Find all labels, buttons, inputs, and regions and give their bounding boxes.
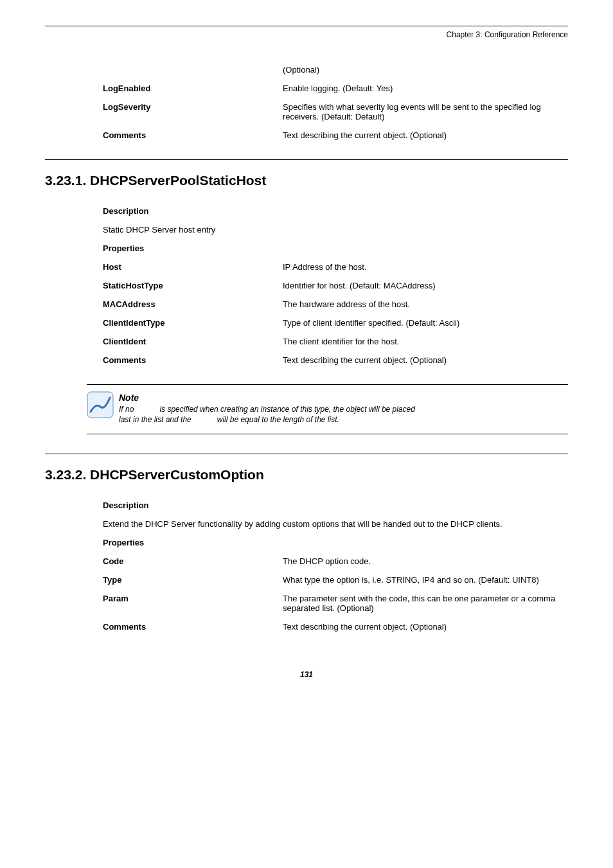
prop-row: Comments Text describing the current obj… bbox=[103, 130, 568, 140]
prop-value: Text describing the current object. (Opt… bbox=[283, 355, 568, 365]
note-line1-rest: is specified when creating an instance o… bbox=[159, 405, 415, 414]
prop-value: Text describing the current object. (Opt… bbox=[283, 622, 568, 632]
description-text: Static DHCP Server host entry bbox=[103, 225, 568, 235]
top-props-block: (Optional) LogEnabled Enable logging. (D… bbox=[103, 65, 568, 140]
prop-row: LogEnabled Enable logging. (Default: Yes… bbox=[103, 84, 568, 93]
prop-value: The hardware address of the host. bbox=[283, 299, 568, 309]
section2-body: Description Extend the DHCP Server funct… bbox=[103, 500, 568, 632]
prop-row: Type What type the option is, i.e. STRIN… bbox=[103, 575, 568, 585]
prop-value: What type the option is, i.e. STRING, IP… bbox=[283, 575, 568, 585]
prop-label: Type bbox=[103, 575, 283, 585]
svg-rect-0 bbox=[87, 392, 113, 418]
prop-label: StaticHostType bbox=[103, 281, 283, 290]
note-box: Note If no is specified when creating an… bbox=[87, 384, 568, 434]
prop-label: LogEnabled bbox=[103, 84, 283, 93]
note-title: Note bbox=[119, 393, 568, 403]
prop-value: (Optional) bbox=[283, 65, 568, 75]
prop-value: The client identifier for the host. bbox=[283, 337, 568, 346]
prop-row: (Optional) bbox=[103, 65, 568, 75]
prop-row: ClientIdent The client identifier for th… bbox=[103, 337, 568, 346]
prop-row: Code The DHCP option code. bbox=[103, 556, 568, 566]
properties-label: Properties bbox=[103, 538, 568, 547]
prop-label: MACAddress bbox=[103, 299, 283, 309]
page-number: 131 bbox=[45, 670, 568, 679]
section-heading-1: 3.23.1. DHCPServerPoolStaticHost bbox=[45, 173, 568, 188]
prop-row: StaticHostType Identifier for host. (Def… bbox=[103, 281, 568, 290]
description-label: Description bbox=[103, 500, 568, 510]
prop-row: Param The parameter sent with the code, … bbox=[103, 594, 568, 613]
prop-label: Param bbox=[103, 594, 283, 613]
prop-row: Comments Text describing the current obj… bbox=[103, 622, 568, 632]
section1-body: Description Static DHCP Server host entr… bbox=[103, 206, 568, 365]
properties-label: Properties bbox=[103, 244, 568, 253]
section-heading-2: 3.23.2. DHCPServerCustomOption bbox=[45, 467, 568, 483]
description-label: Description bbox=[103, 206, 568, 216]
prop-row: Host IP Address of the host. bbox=[103, 262, 568, 272]
prop-value: Enable logging. (Default: Yes) bbox=[283, 84, 568, 93]
prop-row: LogSeverity Specifies with what severity… bbox=[103, 102, 568, 121]
note-line2-prefix: last in the list and the bbox=[119, 415, 191, 424]
note-content: Note If no is specified when creating an… bbox=[119, 391, 568, 425]
prop-value: Text describing the current object. (Opt… bbox=[283, 130, 568, 140]
header-rule bbox=[45, 26, 568, 26]
chapter-title: Chapter 3: Configuration Reference bbox=[45, 30, 568, 39]
prop-row: MACAddress The hardware address of the h… bbox=[103, 299, 568, 309]
prop-value: Type of client identifier specified. (De… bbox=[283, 318, 568, 328]
prop-row: ClientIdentType Type of client identifie… bbox=[103, 318, 568, 328]
prop-value: Identifier for host. (Default: MACAddres… bbox=[283, 281, 568, 290]
note-body: If no is specified when creating an inst… bbox=[119, 404, 568, 425]
note-icon bbox=[87, 391, 119, 418]
prop-label: Comments bbox=[103, 130, 283, 140]
prop-label: Host bbox=[103, 262, 283, 272]
prop-label bbox=[103, 65, 283, 75]
prop-value: IP Address of the host. bbox=[283, 262, 568, 272]
prop-label: LogSeverity bbox=[103, 102, 283, 121]
section-divider bbox=[45, 454, 568, 454]
prop-row: Comments Text describing the current obj… bbox=[103, 355, 568, 365]
prop-label: Comments bbox=[103, 622, 283, 632]
prop-label: ClientIdentType bbox=[103, 318, 283, 328]
prop-label: ClientIdent bbox=[103, 337, 283, 346]
description-text: Extend the DHCP Server functionality by … bbox=[103, 519, 568, 529]
note-line2-rest: will be equal to the length of the list. bbox=[217, 415, 339, 424]
section-divider bbox=[45, 159, 568, 160]
prop-value: Specifies with what severity log events … bbox=[283, 102, 568, 121]
note-line1-prefix: If no bbox=[119, 405, 134, 414]
prop-value: The parameter sent with the code, this c… bbox=[283, 594, 568, 613]
prop-value: The DHCP option code. bbox=[283, 556, 568, 566]
prop-label: Code bbox=[103, 556, 283, 566]
page-container: Chapter 3: Configuration Reference (Opti… bbox=[0, 0, 613, 698]
prop-label: Comments bbox=[103, 355, 283, 365]
